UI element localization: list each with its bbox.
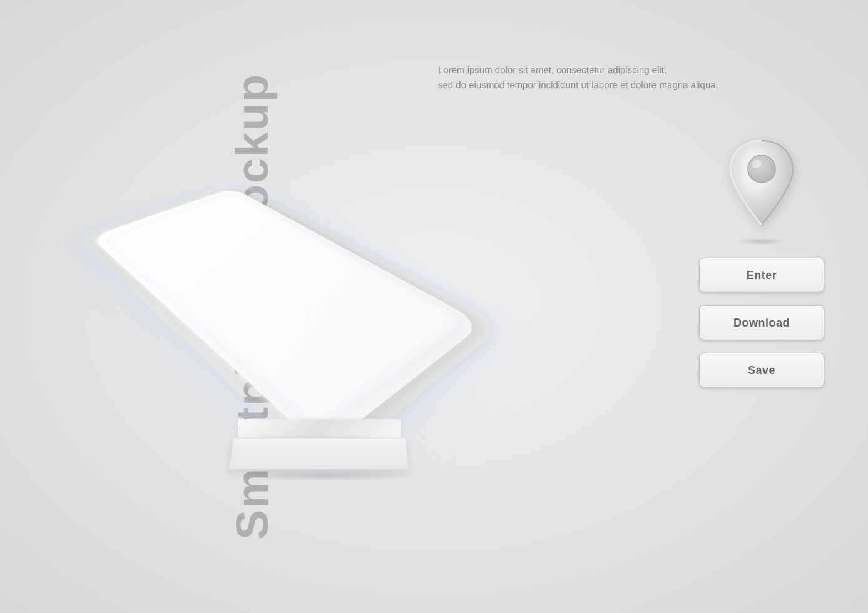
enter-button[interactable]: Enter <box>699 258 824 293</box>
location-pin-icon <box>724 138 799 231</box>
save-button[interactable]: Save <box>699 353 824 388</box>
phone-mockup <box>91 188 483 450</box>
pedestal <box>232 419 407 482</box>
phone-scene <box>125 50 513 563</box>
download-button[interactable]: Download <box>699 305 824 340</box>
pin-shadow <box>737 238 787 245</box>
right-panel: Enter Download Save <box>693 138 830 400</box>
svg-point-0 <box>748 155 775 183</box>
